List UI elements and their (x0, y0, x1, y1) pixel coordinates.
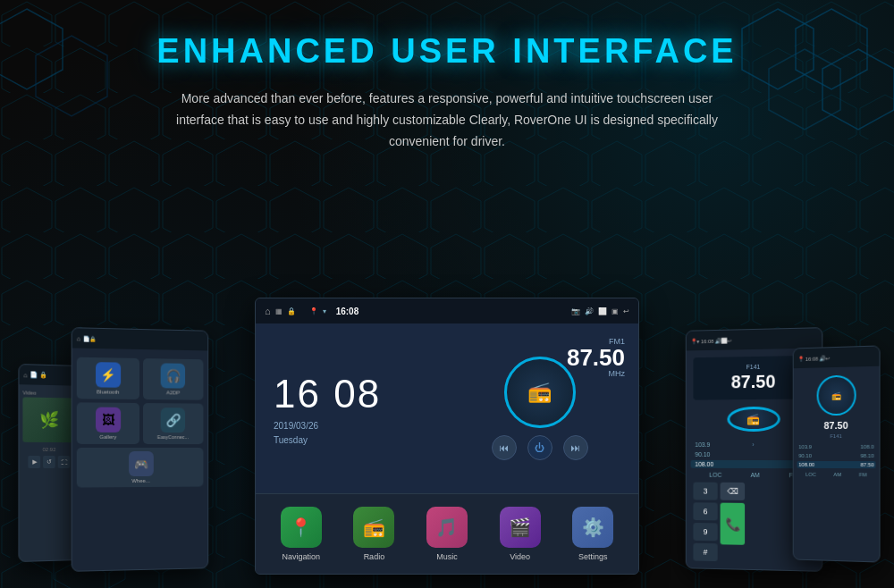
time-section: 16 08 2019/03/26 Tuesday (256, 323, 441, 493)
left-screen-body: ⚡ Bluetooth 🎧 A2DP 🖼 (72, 348, 208, 491)
video-thumbnail: 🌿 (22, 397, 75, 442)
center-menu-icon: ▦ (275, 307, 283, 315)
video-icon: 🎬 (509, 517, 531, 538)
easyconnect-icon-box: 🔗 (161, 407, 185, 433)
screen-far-left: ⌂ 📄 🔒 Video 🌿 02:92 ▶ ↺ ⛶ (18, 364, 79, 562)
far-right-dial[interactable]: 📻 (816, 374, 856, 416)
radio-label: Radio (364, 552, 385, 561)
far-right-header: 📍 16:08 🔊↩ (794, 346, 880, 368)
freq-val-3a: 108.00 (695, 461, 713, 467)
center-back-icon: ↩ (623, 307, 629, 315)
a2dp-icon-box: 🎧 (161, 363, 185, 388)
left-app-gallery[interactable]: 🖼 Gallery (77, 402, 139, 444)
center-main-body: 16 08 2019/03/26 Tuesday FM1 87.50 MHz 📻 (256, 323, 638, 493)
music-label: Music (436, 552, 458, 561)
rewind-btn-mini[interactable]: ↺ (43, 456, 55, 468)
center-app-bar: 📍 Navigation 📻 Radio 🎵 Music (256, 493, 638, 574)
page-content: ENHANCED USER INTERFACE More advanced th… (0, 0, 894, 588)
radio-controls: ⏮ ⏻ ⏭ (492, 435, 588, 460)
left-status-icons: 📄🔒 (83, 335, 96, 341)
gallery-icon: 🖼 (102, 413, 114, 427)
far-right-band-label: F141 (797, 433, 875, 439)
left-app-a2dp[interactable]: 🎧 A2DP (142, 358, 203, 400)
app-video[interactable]: 🎬 Video (500, 507, 541, 561)
am-label: AM (750, 472, 759, 478)
right-radio-dial[interactable]: 📻 (727, 407, 780, 432)
gallery-label: Gallery (99, 434, 116, 440)
center-camera-icon: 📷 (571, 307, 580, 315)
far-right-freq-3: 108.0087.50 (797, 461, 875, 468)
keypad-6[interactable]: 6 (693, 502, 717, 520)
left-app-wheel[interactable]: 🎮 Whee... (77, 448, 204, 488)
power-btn[interactable]: ⏻ (527, 435, 552, 460)
far-left-status: 📄 🔒 (30, 371, 48, 379)
loc-label: LOC (709, 472, 721, 478)
left-app-easyconnect[interactable]: 🔗 EasyConnec... (142, 403, 203, 444)
video-time: 02:92 (22, 447, 75, 452)
screen-far-right: 📍 16:08 🔊↩ 📻 87.50 F141 103.9108.0 90.10… (793, 345, 881, 562)
home-icon-left: ⌂ (77, 335, 80, 341)
navigation-icon: 📍 (290, 517, 312, 538)
left-app-bluetooth[interactable]: ⚡ Bluetooth (77, 357, 139, 399)
far-right-am: AM (833, 472, 841, 477)
far-right-freq-2: 90.1098.10 (797, 452, 875, 459)
music-icon: 🎵 (435, 517, 458, 538)
day-display: Tuesday (274, 435, 423, 445)
far-right-header-text: 📍 16:08 🔊↩ (797, 355, 830, 362)
radio-dial-icon: 📻 (527, 381, 552, 404)
far-right-band-mode: LOC AM FM (797, 472, 875, 478)
call-button[interactable]: 📞 (721, 503, 746, 545)
center-lock-icon: 🔒 (287, 307, 296, 315)
keypad-3[interactable]: 3 (693, 483, 717, 500)
gallery-icon-box: 🖼 (96, 407, 121, 433)
video-label: Video (510, 552, 530, 561)
app-navigation[interactable]: 📍 Navigation (281, 507, 322, 561)
arrow-right: › (752, 441, 754, 448)
keypad-numbers: 3 6 9 # (693, 483, 717, 562)
center-time: 16:08 (336, 307, 359, 316)
keypad-hash[interactable]: # (693, 543, 717, 561)
keypad-backspace[interactable]: ⌫ (721, 483, 746, 500)
center-screen-header: ⌂ ▦ 🔒 📍 ▾ 16:08 📷 🔊 ⬜ ▣ ↩ (256, 298, 638, 323)
easyconnect-icon: 🔗 (165, 413, 181, 427)
far-left-header: ⌂ 📄 🔒 (19, 365, 79, 386)
left-header: ⌂ 📄🔒 (72, 328, 208, 350)
prev-track-btn[interactable]: ⏮ (492, 435, 517, 460)
big-clock: 16 08 (274, 372, 423, 416)
fullscreen-btn-mini[interactable]: ⛶ (58, 456, 71, 468)
right-fm-band: F141 (700, 363, 807, 371)
page-title: ENHANCED USER INTERFACE (156, 32, 737, 71)
radio-section: FM1 87.50 MHz 📻 ⏮ ⏻ ⏭ (441, 323, 638, 493)
wheel-label: Whee... (131, 478, 149, 483)
freq-val-1a: 103.9 (695, 441, 710, 448)
freq-val-2a: 90.10 (695, 451, 710, 458)
bluetooth-icon: ⚡ (100, 367, 115, 382)
bluetooth-label: Bluetooth (97, 389, 119, 394)
screen-center-main: ⌂ ▦ 🔒 📍 ▾ 16:08 📷 🔊 ⬜ ▣ ↩ 16 08 (255, 298, 639, 575)
date-display: 2019/03/26 (274, 421, 423, 431)
radio-dial[interactable]: 📻 (504, 357, 576, 428)
settings-label: Settings (578, 552, 608, 561)
far-left-body: Video 🌿 02:92 ▶ ↺ ⛶ (19, 384, 79, 472)
app-music[interactable]: 🎵 Music (426, 507, 468, 561)
next-track-btn[interactable]: ⏭ (563, 435, 588, 460)
center-signal-icon: ▾ (323, 307, 326, 315)
screen-left: ⌂ 📄🔒 ⚡ Bluetooth 🎧 (72, 327, 209, 572)
right-header-icons: 📍▾ 16:08 🔊⬜↩ (691, 337, 732, 344)
navigation-icon-box: 📍 (281, 507, 322, 548)
app-radio[interactable]: 📻 Radio (353, 507, 394, 561)
app-settings[interactable]: ⚙️ Settings (572, 507, 613, 561)
keypad-9[interactable]: 9 (693, 523, 717, 541)
radio-icon-box: 📻 (353, 507, 394, 548)
wheel-icon-box: 🎮 (129, 451, 154, 476)
settings-icon-box: ⚙️ (572, 507, 613, 548)
play-btn-mini[interactable]: ▶ (28, 456, 40, 468)
screens-container: ⌂ 📄 🔒 Video 🌿 02:92 ▶ ↺ ⛶ ⌂ 📄🔒 (0, 284, 894, 588)
far-right-frequency: 87.50 (797, 420, 875, 432)
far-right-fm: FM (859, 472, 867, 477)
center-location-icon: 📍 (309, 307, 318, 315)
navigation-label: Navigation (283, 552, 321, 561)
far-left-controls: ▶ ↺ ⛶ (22, 456, 75, 468)
center-volume-icon: 🔊 (585, 307, 594, 315)
far-right-loc: LOC (805, 472, 816, 477)
